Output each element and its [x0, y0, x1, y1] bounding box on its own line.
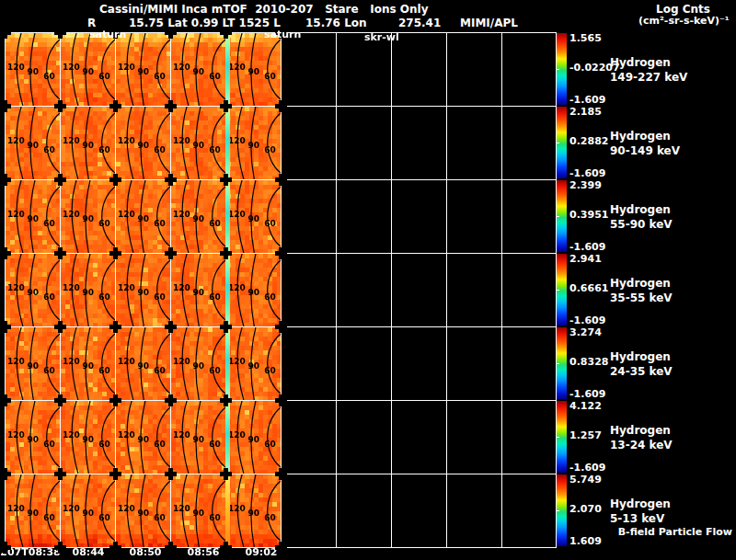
data-gap-stripe: [225, 401, 230, 473]
channel-species-label: Hydrogen: [610, 424, 671, 437]
corner-tick: [54, 104, 66, 109]
corner-tick: [109, 177, 121, 182]
corner-tick: [275, 251, 287, 256]
heatmap-panel-r6c5: [226, 401, 281, 474]
corner-tick: [165, 545, 177, 550]
corner-tick: [0, 251, 11, 256]
heatmap-panel-r7c4: [171, 474, 225, 547]
channel-species-label: Hydrogen: [610, 56, 671, 69]
colorbar: [557, 107, 567, 178]
corner-tick: [165, 104, 177, 109]
heatmap-panel-r3c3: [116, 180, 170, 253]
channel-species-label: Hydrogen: [610, 497, 671, 510]
corner-tick: [275, 398, 287, 403]
corner-tick: [54, 177, 66, 182]
corner-tick: [109, 545, 121, 550]
corner-tick: [0, 104, 11, 109]
heatmap-panel-r7c1: [6, 474, 60, 547]
corner-tick: [54, 545, 66, 550]
heatmap-panel-r6c3: [116, 401, 170, 474]
grid-vline: [446, 32, 447, 548]
corner-tick: [165, 251, 177, 256]
colorbar-mid-label: 0.6661: [569, 282, 608, 294]
colorbar: [557, 401, 567, 473]
corner-tick: [275, 545, 287, 550]
heatmap-panel-r4c1: [6, 254, 60, 326]
heatmap-panel-r6c4: [171, 401, 225, 474]
colorbar-mid-label: 2.070: [569, 503, 602, 515]
corner-tick: [165, 177, 177, 182]
time-tick-label: 08:50: [129, 546, 161, 558]
corner-tick: [165, 472, 177, 476]
colorbar-max-label: 2.941: [569, 253, 602, 265]
heatmap-panel-r2c5: [226, 107, 281, 179]
corner-tick: [165, 398, 177, 403]
time-tick-label: 08:56: [187, 546, 219, 558]
corner-tick: [220, 472, 232, 476]
time-tick-label: 09:02: [245, 546, 277, 558]
data-gap-stripe: [225, 107, 230, 178]
data-gap-stripe: [225, 327, 230, 399]
colorbar-max-label: 4.122: [569, 400, 602, 412]
corner-tick: [54, 251, 66, 256]
corner-tick: [0, 30, 11, 35]
colorbar-min-label: 1.609: [569, 535, 602, 547]
heatmap-panel-r1c3: [116, 33, 170, 106]
corner-tick: [0, 177, 11, 182]
grid-vline: [391, 32, 392, 548]
corner-tick: [220, 325, 232, 329]
data-gap-stripe: [225, 474, 230, 546]
colorbar-max-label: 2.399: [569, 179, 602, 191]
spectrogram-grid: 1.565-0.02207-1.609Hydrogen149-227 keV2.…: [0, 0, 736, 560]
heatmap-panel-r1c1: [6, 33, 60, 106]
corner-tick: [275, 104, 287, 109]
saturn-overlay-label: saturn: [89, 29, 126, 40]
colorbar-mid-label: 1.257: [569, 429, 602, 441]
colorbar: [557, 33, 567, 105]
corner-tick: [220, 177, 232, 182]
heatmap-panel-r1c2: [61, 33, 115, 106]
heatmap-panel-r5c3: [116, 327, 170, 400]
corner-tick: [165, 30, 177, 35]
corner-tick: [0, 398, 11, 403]
heatmap-panel-r5c5: [226, 327, 281, 400]
corner-tick: [0, 325, 11, 329]
channel-energy-label: 13-24 keV: [610, 439, 673, 451]
corner-tick: [165, 325, 177, 329]
heatmap-panel-r6c1: [6, 401, 60, 474]
heatmap-panel-r2c1: [6, 107, 60, 179]
heatmap-panel-r3c4: [171, 180, 225, 253]
skr-wl-overlay-label: skr-wl: [364, 31, 399, 43]
heatmap-panel-r5c1: [6, 327, 60, 400]
colorbar-min-label: -1.609: [569, 94, 605, 106]
channel-energy-label: 35-55 keV: [610, 291, 673, 304]
corner-tick: [109, 325, 121, 329]
colorbar: [557, 180, 567, 252]
corner-tick: [109, 251, 121, 256]
channel-energy-label: 149-227 keV: [610, 71, 687, 84]
heatmap-panel-r7c5: [226, 474, 281, 547]
data-gap-stripe: [225, 180, 230, 252]
channel-energy-label: 90-149 keV: [610, 144, 680, 157]
corner-tick: [109, 472, 121, 476]
colorbar-max-label: 2.185: [569, 106, 602, 118]
colorbar-min-label: -1.609: [569, 167, 605, 179]
heatmap-panel-r7c3: [116, 474, 170, 547]
channel-energy-label: 55-90 keV: [610, 218, 673, 231]
colorbar-min-label: -1.609: [569, 241, 605, 253]
spectrogram-screen: Cassini/MIMI Inca mTOF 2010-207 Stare Io…: [0, 0, 736, 560]
channel-species-label: Hydrogen: [610, 350, 671, 363]
grid-vline: [501, 32, 502, 548]
colorbar-max-label: 5.749: [569, 474, 602, 486]
corner-tick: [109, 398, 121, 403]
heatmap-panel-r5c2: [61, 327, 115, 400]
corner-tick: [54, 325, 66, 329]
heatmap-panel-r2c4: [171, 107, 225, 179]
corner-tick: [220, 545, 232, 550]
time-tick-label: 08:44: [72, 546, 104, 558]
colorbar-min-label: -1.609: [569, 314, 605, 326]
corner-tick: [0, 472, 11, 476]
corner-tick: [54, 398, 66, 403]
corner-tick: [220, 104, 232, 109]
corner-tick: [275, 177, 287, 182]
